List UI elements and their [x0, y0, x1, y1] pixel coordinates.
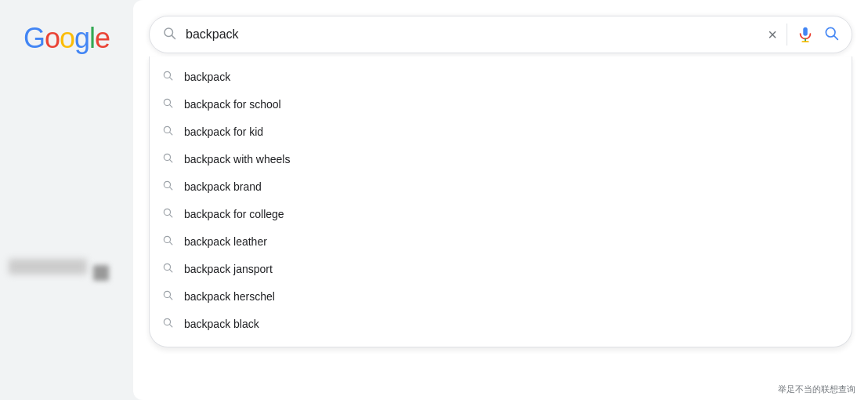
- suggestion-search-icon: [162, 262, 173, 275]
- suggestion-text: backpack jansport: [184, 263, 273, 275]
- svg-line-16: [170, 187, 172, 190]
- svg-line-6: [834, 35, 838, 39]
- blurred-item-1: [9, 259, 87, 275]
- svg-line-8: [170, 78, 172, 80]
- suggestion-search-icon: [162, 180, 173, 193]
- search-divider: [787, 24, 787, 45]
- suggestion-search-icon: [162, 70, 173, 83]
- suggestion-item[interactable]: backpack leather: [150, 227, 852, 255]
- sidebar: Google: [0, 0, 133, 400]
- search-icon-left: [162, 26, 176, 44]
- suggestion-item[interactable]: backpack brand: [150, 173, 852, 200]
- suggestion-item[interactable]: backpack for school: [150, 90, 852, 118]
- svg-line-1: [172, 35, 175, 38]
- suggestion-text: backpack herschel: [184, 290, 275, 303]
- suggestion-item[interactable]: backpack for college: [150, 200, 852, 227]
- search-button-icon[interactable]: [823, 25, 839, 45]
- search-input[interactable]: [186, 27, 768, 42]
- clear-icon[interactable]: ×: [768, 26, 777, 44]
- suggestion-search-icon: [162, 235, 173, 248]
- suggestion-text: backpack: [184, 71, 230, 83]
- svg-line-22: [170, 270, 172, 272]
- suggestion-text: backpack for kid: [184, 125, 263, 138]
- svg-line-24: [170, 297, 172, 300]
- suggestion-item[interactable]: backpack: [150, 63, 852, 90]
- search-actions: ×: [768, 24, 839, 45]
- svg-rect-2: [803, 27, 808, 36]
- suggestion-text: backpack with wheels: [184, 153, 290, 165]
- svg-line-10: [170, 105, 172, 107]
- footer-note: 举足不当的联想查询: [778, 384, 855, 395]
- sidebar-blurred-area: [9, 259, 125, 281]
- svg-line-18: [170, 215, 172, 217]
- suggestion-search-icon: [162, 289, 173, 303]
- svg-line-26: [170, 325, 172, 327]
- suggestion-text: backpack for school: [184, 98, 281, 111]
- google-logo: Google: [24, 22, 110, 55]
- suggestion-text: backpack black: [184, 318, 259, 330]
- blurred-item-2: [93, 265, 109, 281]
- suggestion-item[interactable]: backpack with wheels: [150, 145, 852, 173]
- voice-icon[interactable]: [797, 26, 814, 43]
- search-box: ×: [149, 16, 852, 53]
- suggestion-search-icon: [162, 207, 173, 220]
- suggestion-item[interactable]: backpack for kid: [150, 118, 852, 145]
- suggestion-item[interactable]: backpack herschel: [150, 282, 852, 310]
- svg-line-12: [170, 133, 172, 135]
- suggestion-search-icon: [162, 317, 173, 330]
- main-content: × backpack: [133, 0, 868, 400]
- suggestion-search-icon: [162, 152, 173, 165]
- suggestion-search-icon: [162, 125, 173, 138]
- suggestion-text: backpack brand: [184, 180, 262, 193]
- svg-line-14: [170, 160, 172, 162]
- suggestion-item[interactable]: backpack black: [150, 310, 852, 337]
- suggestion-text: backpack for college: [184, 208, 284, 220]
- suggestion-search-icon: [162, 97, 173, 111]
- svg-line-20: [170, 242, 172, 245]
- suggestions-dropdown: backpack backpack for school backpack fo…: [149, 56, 852, 347]
- suggestion-text: backpack leather: [184, 235, 267, 248]
- suggestion-item[interactable]: backpack jansport: [150, 255, 852, 282]
